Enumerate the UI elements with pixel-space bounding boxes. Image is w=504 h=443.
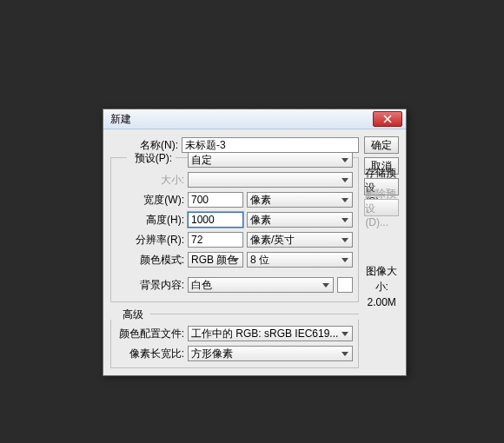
bg-label: 背景内容: xyxy=(116,278,188,293)
dialog-title: 新建 xyxy=(110,112,373,127)
bg-color-swatch[interactable] xyxy=(337,277,353,293)
ok-button[interactable]: 确定 xyxy=(364,136,399,154)
preset-group: 预设(P): 自定 大小: 宽度(W): 像素 xyxy=(110,157,359,302)
titlebar[interactable]: 新建 xyxy=(103,109,406,129)
image-size-info: 图像大小: 2.00M xyxy=(364,263,399,310)
color-mode-select[interactable]: RGB 颜色 xyxy=(188,252,243,268)
image-size-label: 图像大小: xyxy=(364,263,399,294)
width-unit-select[interactable]: 像素 xyxy=(247,192,353,208)
pixel-aspect-select[interactable]: 方形像素 xyxy=(188,346,353,361)
size-select xyxy=(188,172,353,188)
bg-select[interactable]: 白色 xyxy=(188,277,334,293)
color-mode-label: 颜色模式: xyxy=(116,253,188,268)
resolution-unit-select[interactable]: 像素/英寸 xyxy=(247,232,353,248)
close-button[interactable] xyxy=(373,111,402,127)
color-profile-select[interactable]: 工作中的 RGB: sRGB IEC619... xyxy=(188,326,353,341)
close-icon xyxy=(383,115,392,123)
advanced-label[interactable]: 高级 xyxy=(119,307,147,322)
width-input[interactable] xyxy=(188,192,243,208)
aspect-label: 像素长宽比: xyxy=(116,347,188,361)
preset-select[interactable]: 自定 xyxy=(188,152,353,168)
image-size-value: 2.00M xyxy=(364,294,399,310)
resolution-label: 分辨率(R): xyxy=(116,233,188,248)
resolution-input[interactable] xyxy=(188,232,243,248)
preset-label: 预设(P): xyxy=(127,151,176,166)
size-label: 大小: xyxy=(116,173,188,188)
height-unit-select[interactable]: 像素 xyxy=(247,212,353,228)
advanced-group: 高级 颜色配置文件: 工作中的 RGB: sRGB IEC619... 像素长宽… xyxy=(110,307,359,368)
name-label: 名称(N): xyxy=(110,138,182,153)
height-label: 高度(H): xyxy=(116,213,188,228)
delete-preset-button: 删除预设(D)... xyxy=(364,199,399,216)
profile-label: 颜色配置文件: xyxy=(116,327,188,341)
new-document-dialog: 新建 名称(N): 预设(P): 自定 xyxy=(103,109,407,376)
color-depth-select[interactable]: 8 位 xyxy=(247,252,353,268)
width-label: 宽度(W): xyxy=(116,193,188,208)
height-input[interactable] xyxy=(188,212,243,228)
